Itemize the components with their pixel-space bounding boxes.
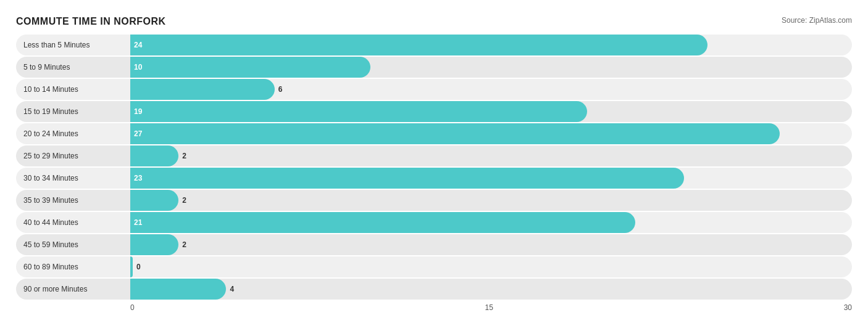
bar-track: 2 xyxy=(130,234,852,255)
bar-fill: 19 xyxy=(130,101,587,122)
bar-track: 27 xyxy=(130,123,852,144)
bar-value: 2 xyxy=(182,240,186,249)
bar-row: 60 to 89 Minutes0 xyxy=(16,256,852,277)
bar-row: Less than 5 Minutes24 xyxy=(16,35,852,55)
bar-row: 5 to 9 Minutes10 xyxy=(16,57,852,78)
bar-track: 23 xyxy=(130,168,852,189)
bar-row: 35 to 39 Minutes2 xyxy=(16,190,852,211)
bar-value: 21 xyxy=(134,218,142,227)
bar-track: 6 xyxy=(130,79,852,100)
x-tick: 0 xyxy=(130,303,135,312)
bar-row: 30 to 34 Minutes23 xyxy=(16,168,852,189)
bar-fill: 10 xyxy=(130,57,370,78)
x-axis: 01530 xyxy=(16,303,852,312)
x-tick: 30 xyxy=(844,303,852,312)
bar-row: 20 to 24 Minutes27 xyxy=(16,123,852,144)
bar-fill xyxy=(130,79,275,100)
bar-label: 20 to 24 Minutes xyxy=(16,129,130,138)
chart-header: COMMUTE TIME IN NORFORK Source: ZipAtlas… xyxy=(16,16,852,27)
bar-label: 30 to 34 Minutes xyxy=(16,174,130,182)
chart-source: Source: ZipAtlas.com xyxy=(782,16,852,25)
bar-track: 2 xyxy=(130,190,852,211)
bar-value: 27 xyxy=(134,129,142,138)
bar-label: 35 to 39 Minutes xyxy=(16,196,130,205)
bar-fill: 24 xyxy=(130,35,707,55)
bar-fill: 27 xyxy=(130,123,780,144)
bar-value: 2 xyxy=(182,152,186,160)
bar-track: 0 xyxy=(130,256,852,277)
bar-label: 45 to 59 Minutes xyxy=(16,240,130,249)
bar-value: 0 xyxy=(136,263,141,271)
bar-fill xyxy=(130,145,178,166)
bar-track: 19 xyxy=(130,101,852,122)
bar-fill: 21 xyxy=(130,212,635,233)
x-tick: 15 xyxy=(485,303,493,312)
bars-area: Less than 5 Minutes245 to 9 Minutes1010 … xyxy=(16,35,852,300)
bar-value: 6 xyxy=(278,85,283,94)
chart-title: COMMUTE TIME IN NORFORK xyxy=(16,16,166,27)
bar-track: 2 xyxy=(130,145,852,166)
bar-fill xyxy=(130,190,178,211)
bar-label: 10 to 14 Minutes xyxy=(16,85,130,94)
bar-fill: 23 xyxy=(130,168,684,189)
x-axis-inner: 01530 xyxy=(130,303,852,312)
bar-value: 23 xyxy=(134,174,142,182)
bar-label: 60 to 89 Minutes xyxy=(16,263,130,271)
bar-track: 10 xyxy=(130,57,852,78)
bar-label: 90 or more Minutes xyxy=(16,285,130,293)
bar-label: 15 to 19 Minutes xyxy=(16,107,130,116)
bar-value: 10 xyxy=(134,63,142,72)
bar-label: 25 to 29 Minutes xyxy=(16,152,130,160)
bar-row: 40 to 44 Minutes21 xyxy=(16,212,852,233)
bar-row: 25 to 29 Minutes2 xyxy=(16,145,852,166)
bar-track: 21 xyxy=(130,212,852,233)
bar-value: 2 xyxy=(182,196,186,205)
bar-value: 4 xyxy=(230,285,234,293)
bar-value: 19 xyxy=(134,107,142,116)
bar-label: Less than 5 Minutes xyxy=(16,41,130,49)
bar-track: 4 xyxy=(130,279,852,300)
bar-fill xyxy=(130,234,178,255)
bar-track: 24 xyxy=(130,35,852,55)
chart-container: COMMUTE TIME IN NORFORK Source: ZipAtlas… xyxy=(10,10,858,323)
bar-value: 24 xyxy=(134,41,142,49)
bar-fill xyxy=(130,279,226,300)
bar-fill xyxy=(130,256,133,277)
bar-label: 40 to 44 Minutes xyxy=(16,218,130,227)
bar-row: 90 or more Minutes4 xyxy=(16,279,852,300)
bar-row: 15 to 19 Minutes19 xyxy=(16,101,852,122)
bar-label: 5 to 9 Minutes xyxy=(16,63,130,72)
bar-row: 45 to 59 Minutes2 xyxy=(16,234,852,255)
bar-row: 10 to 14 Minutes6 xyxy=(16,79,852,100)
